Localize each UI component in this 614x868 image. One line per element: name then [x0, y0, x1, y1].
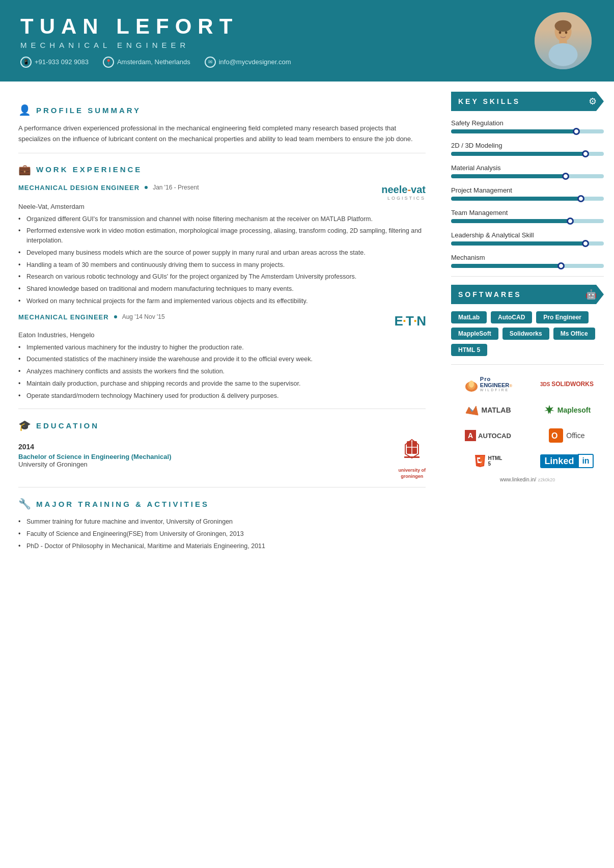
tag-mapplesoft: MappleSoft — [451, 328, 498, 340]
matlab-text: MATLAB — [481, 406, 511, 414]
office-text: Office — [566, 431, 584, 440]
skill-name: Leadership & Analytical Skill — [451, 231, 604, 239]
linked-text: Linked — [540, 454, 578, 468]
skill-3d-modeling: 2D / 3D Modeling — [451, 142, 604, 156]
key-skills-section: KEY SKILLS ⚙ Safety Regulation 2D / 3D M… — [451, 92, 604, 268]
skill-safety-regulation: Safety Regulation — [451, 119, 604, 133]
education-details: 2014 Bachelor of Science in Engineering … — [18, 439, 172, 468]
tag-solidworks: Solidworks — [503, 328, 549, 340]
email-icon: ✉ — [205, 57, 216, 68]
svg-point-3 — [549, 43, 578, 66]
autocad-text: AUTOCAD — [478, 432, 511, 440]
bullet-item: Worked on many technical projects for th… — [18, 296, 426, 306]
software-tags: MatLab AutoCAD Pro Engineer MappleSoft S… — [451, 311, 604, 356]
skill-dot — [557, 262, 565, 269]
edu-degree: Bachelor of Science in Engineering (Mech… — [18, 453, 172, 460]
pro-eng-flame — [464, 376, 479, 392]
html5-icon — [474, 454, 486, 468]
job-1-header: MECHANICAL DESIGN ENGINEER Jan '16 - Pre… — [18, 184, 426, 201]
job-1-dot — [145, 186, 148, 189]
divider-2 — [18, 409, 426, 409]
skill-material-analysis: Material Analysis — [451, 164, 604, 178]
divider-1 — [18, 153, 426, 153]
skill-bar-container — [451, 264, 604, 268]
skill-bar — [451, 129, 576, 133]
skill-dot — [577, 195, 584, 202]
location-text: Amsterdam, Netherlands — [117, 58, 190, 66]
phone-icon: 📱 — [20, 57, 32, 68]
header-left: TUAN LEFORT MECHANICAL ENGINEER 📱 +91-93… — [20, 14, 533, 68]
training-item: Summer training for future machine and i… — [18, 517, 426, 527]
profile-photo — [533, 10, 594, 71]
sw-3ds: 3DS — [540, 382, 551, 387]
office-logo: O Office — [549, 428, 584, 443]
logos-grid: Pro ENGINEER® WILDFIRE 3DS SOLIDWORKS — [451, 373, 604, 471]
html5-logo-item: HTML5 — [451, 451, 525, 471]
engineer-text: ENGINEER® — [480, 382, 512, 388]
bullet-item: Organized different GUI's for transmissi… — [18, 214, 426, 224]
bullet-item: Shared knowledge based on traditional an… — [18, 284, 426, 294]
eaton-brand: E·T·N — [395, 313, 426, 329]
work-icon: 💼 — [18, 164, 31, 176]
profile-section-title: PROFILE SUMMARY — [36, 106, 141, 115]
skill-bar-container — [451, 241, 604, 246]
divider-right-1 — [451, 276, 604, 277]
solidworks-logo-item: 3DS SOLIDWORKS — [530, 373, 604, 395]
softwares-title: SOFTWARES — [458, 290, 522, 299]
job-2-company: Eaton Industries, Hengelo — [18, 331, 426, 339]
profile-summary-header: 👤 PROFILE SUMMARY — [18, 104, 426, 116]
solidworks-logo: 3DS SOLIDWORKS — [540, 380, 594, 388]
bullet-item: Operate standard/modern technology Machi… — [18, 391, 426, 401]
autocad-logo-item: A AUTOCAD — [451, 425, 525, 446]
training-bullets: Summer training for future machine and i… — [18, 517, 426, 551]
skill-dot — [573, 128, 580, 135]
pro-engineer-logo: Pro ENGINEER® WILDFIRE — [464, 376, 512, 392]
email-text: info@mycvdesigner.com — [219, 58, 291, 66]
education-section-title: EDUCATION — [36, 421, 99, 430]
watermark: z2k0k20 — [538, 477, 555, 482]
right-column: KEY SKILLS ⚙ Safety Regulation 2D / 3D M… — [441, 82, 614, 566]
skills-header: KEY SKILLS ⚙ — [451, 92, 604, 111]
bullet-item: Developed many business models which are… — [18, 248, 426, 258]
svg-point-5 — [565, 31, 568, 34]
edu-year: 2014 — [18, 443, 172, 451]
bullet-item: Documented statistics of the machinery i… — [18, 355, 426, 364]
matlab-logo-item: MATLAB — [451, 400, 525, 420]
pro-text: Pro — [480, 376, 512, 382]
skill-bar — [451, 264, 561, 268]
skills-header-title: KEY SKILLS — [458, 97, 520, 105]
skill-name: Project Management — [451, 186, 604, 194]
candidate-name: TUAN LEFORT — [20, 14, 533, 39]
skill-dot — [562, 173, 569, 180]
gear-icon: ⚙ — [589, 96, 597, 107]
edu-institution: University of Groningen — [18, 460, 172, 468]
bullet-item: Performed extensive work in video motion… — [18, 226, 426, 246]
job-2-title-block: MECHANICAL ENGINEER Aug '14 Nov '15 — [18, 313, 165, 321]
skill-bar — [451, 152, 585, 156]
neele-vat-brand: neele-vat — [381, 184, 426, 196]
education-entry: 2014 Bachelor of Science in Engineering … — [18, 439, 426, 479]
job-2-dot — [114, 315, 117, 318]
skill-bar-container — [451, 129, 604, 133]
svg-point-13 — [469, 381, 474, 388]
linkedin-url-section: www.linkedin.in/ z2k0k20 — [451, 475, 604, 483]
phone-contact: 📱 +91-933 092 9083 — [20, 57, 89, 68]
skill-bar-container — [451, 197, 604, 201]
email-contact: ✉ info@mycvdesigner.com — [205, 57, 291, 68]
svg-rect-10 — [404, 456, 420, 458]
tag-autocad: AutoCAD — [491, 311, 532, 323]
skill-name: Mechanism — [451, 254, 604, 261]
wildfire-text: WILDFIRE — [480, 388, 512, 392]
training-icon: 🔧 — [18, 498, 31, 510]
skill-name: Team Management — [451, 209, 604, 216]
phone-number: +91-933 092 9083 — [35, 58, 89, 66]
softwares-section: SOFTWARES 🤖 MatLab AutoCAD Pro Engineer … — [451, 285, 604, 483]
skill-dot — [567, 218, 574, 225]
photo-placeholder — [535, 12, 592, 69]
matlab-logo: MATLAB — [465, 403, 511, 417]
header: TUAN LEFORT MECHANICAL ENGINEER 📱 +91-93… — [0, 0, 614, 82]
job-2-title-row: MECHANICAL ENGINEER Aug '14 Nov '15 — [18, 313, 165, 321]
job-1-company: Neele-Vat, Amsterdam — [18, 203, 426, 210]
autocad-a-icon: A — [465, 430, 476, 441]
job-1-title-row: MECHANICAL DESIGN ENGINEER Jan '16 - Pre… — [18, 184, 199, 192]
